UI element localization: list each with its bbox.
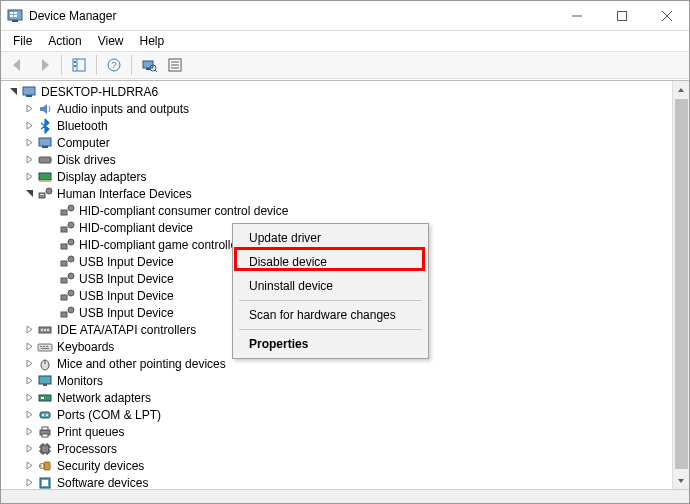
tree-category-software[interactable]: Software devices bbox=[5, 474, 672, 489]
hid-icon bbox=[59, 288, 75, 304]
svg-rect-68 bbox=[46, 346, 48, 347]
window-title: Device Manager bbox=[29, 9, 554, 23]
svg-marker-26 bbox=[10, 88, 17, 95]
vertical-scrollbar[interactable] bbox=[672, 81, 689, 489]
svg-rect-44 bbox=[40, 194, 44, 195]
chevron-right-icon[interactable] bbox=[23, 103, 35, 115]
tree-label: Bluetooth bbox=[57, 119, 108, 133]
svg-marker-29 bbox=[27, 105, 32, 112]
tree-category-printq[interactable]: Print queues bbox=[5, 423, 672, 440]
mouse-icon bbox=[37, 356, 53, 372]
chevron-right-icon[interactable] bbox=[23, 426, 35, 438]
svg-rect-66 bbox=[40, 346, 42, 347]
hid-icon bbox=[59, 203, 75, 219]
tree-label: Keyboards bbox=[57, 340, 114, 354]
svg-point-48 bbox=[68, 222, 74, 228]
chevron-right-icon[interactable] bbox=[23, 358, 35, 370]
svg-rect-57 bbox=[61, 312, 67, 317]
svg-rect-7 bbox=[617, 11, 626, 20]
svg-rect-78 bbox=[41, 397, 44, 399]
hid-icon bbox=[59, 237, 75, 253]
menu-file[interactable]: File bbox=[5, 32, 40, 50]
svg-rect-62 bbox=[44, 329, 46, 331]
nav-forward-button[interactable] bbox=[33, 54, 55, 76]
status-bar bbox=[1, 489, 689, 503]
svg-marker-41 bbox=[26, 190, 33, 197]
ctx-separator bbox=[239, 329, 422, 330]
svg-point-43 bbox=[46, 188, 52, 194]
svg-rect-75 bbox=[43, 384, 47, 386]
ctx-update-driver[interactable]: Update driver bbox=[235, 226, 426, 250]
chevron-down-icon[interactable] bbox=[23, 188, 35, 200]
ctx-properties[interactable]: Properties bbox=[235, 332, 426, 356]
scroll-down-button[interactable] bbox=[673, 472, 689, 489]
scan-hardware-button[interactable] bbox=[138, 54, 160, 76]
maximize-button[interactable] bbox=[599, 1, 644, 31]
chevron-right-icon[interactable] bbox=[23, 460, 35, 472]
menu-view[interactable]: View bbox=[90, 32, 132, 50]
monitor-icon bbox=[37, 373, 53, 389]
help-button[interactable]: ? bbox=[103, 54, 125, 76]
tree-label: Monitors bbox=[57, 374, 103, 388]
chevron-right-icon[interactable] bbox=[23, 171, 35, 183]
tree-item-hid-child[interactable]: HID-compliant consumer control device bbox=[5, 202, 672, 219]
chevron-right-icon[interactable] bbox=[23, 409, 35, 421]
svg-marker-87 bbox=[27, 445, 32, 452]
tree-category-bluetooth[interactable]: Bluetooth bbox=[5, 117, 672, 134]
tree-category-security[interactable]: Security devices bbox=[5, 457, 672, 474]
tree-category-disk[interactable]: Disk drives bbox=[5, 151, 672, 168]
tree-category-processors[interactable]: Processors bbox=[5, 440, 672, 457]
scroll-thumb[interactable] bbox=[675, 99, 688, 469]
chevron-right-icon[interactable] bbox=[23, 375, 35, 387]
tree-category-audio[interactable]: Audio inputs and outputs bbox=[5, 100, 672, 117]
nav-back-button[interactable] bbox=[7, 54, 29, 76]
menu-action[interactable]: Action bbox=[40, 32, 89, 50]
tree-root[interactable]: DESKTOP-HLDRRA6 bbox=[5, 83, 672, 100]
svg-marker-10 bbox=[13, 59, 20, 71]
chevron-right-icon[interactable] bbox=[23, 341, 35, 353]
software-device-icon bbox=[37, 475, 53, 490]
scroll-up-button[interactable] bbox=[673, 81, 689, 98]
svg-marker-83 bbox=[27, 428, 32, 435]
hid-icon bbox=[37, 186, 53, 202]
svg-rect-33 bbox=[39, 138, 51, 146]
chevron-right-icon[interactable] bbox=[23, 477, 35, 489]
chevron-down-icon[interactable] bbox=[7, 86, 19, 98]
disk-icon bbox=[37, 152, 53, 168]
chevron-right-icon[interactable] bbox=[23, 443, 35, 455]
tree-label: DESKTOP-HLDRRA6 bbox=[41, 85, 158, 99]
svg-rect-39 bbox=[39, 173, 51, 180]
ctx-disable-device[interactable]: Disable device bbox=[235, 250, 426, 274]
chevron-right-icon[interactable] bbox=[23, 324, 35, 336]
tree-category-monitors[interactable]: Monitors bbox=[5, 372, 672, 389]
tree-category-hid[interactable]: Human Interface Devices bbox=[5, 185, 672, 202]
chevron-right-icon[interactable] bbox=[23, 154, 35, 166]
hid-icon bbox=[59, 220, 75, 236]
tree-category-network[interactable]: Network adapters bbox=[5, 389, 672, 406]
show-hide-tree-button[interactable] bbox=[68, 54, 90, 76]
chevron-right-icon[interactable] bbox=[23, 137, 35, 149]
tree-category-display[interactable]: Display adapters bbox=[5, 168, 672, 185]
app-icon bbox=[7, 8, 23, 24]
svg-rect-14 bbox=[74, 61, 76, 63]
svg-rect-49 bbox=[61, 244, 67, 249]
svg-rect-28 bbox=[26, 95, 32, 97]
tree-label: USB Input Device bbox=[79, 272, 174, 286]
chevron-right-icon[interactable] bbox=[23, 392, 35, 404]
toolbar-separator bbox=[61, 55, 62, 75]
chevron-right-icon[interactable] bbox=[23, 120, 35, 132]
processor-icon bbox=[37, 441, 53, 457]
close-button[interactable] bbox=[644, 1, 689, 31]
svg-rect-88 bbox=[41, 445, 49, 453]
minimize-button[interactable] bbox=[554, 1, 599, 31]
ctx-scan-hardware[interactable]: Scan for hardware changes bbox=[235, 303, 426, 327]
hid-icon bbox=[59, 254, 75, 270]
svg-point-82 bbox=[46, 414, 48, 416]
tree-label: Security devices bbox=[57, 459, 144, 473]
tree-category-ports[interactable]: Ports (COM & LPT) bbox=[5, 406, 672, 423]
menu-help[interactable]: Help bbox=[132, 32, 173, 50]
ctx-uninstall-device[interactable]: Uninstall device bbox=[235, 274, 426, 298]
tree-category-computer[interactable]: Computer bbox=[5, 134, 672, 151]
properties-button[interactable] bbox=[164, 54, 186, 76]
keyboard-icon bbox=[37, 339, 53, 355]
